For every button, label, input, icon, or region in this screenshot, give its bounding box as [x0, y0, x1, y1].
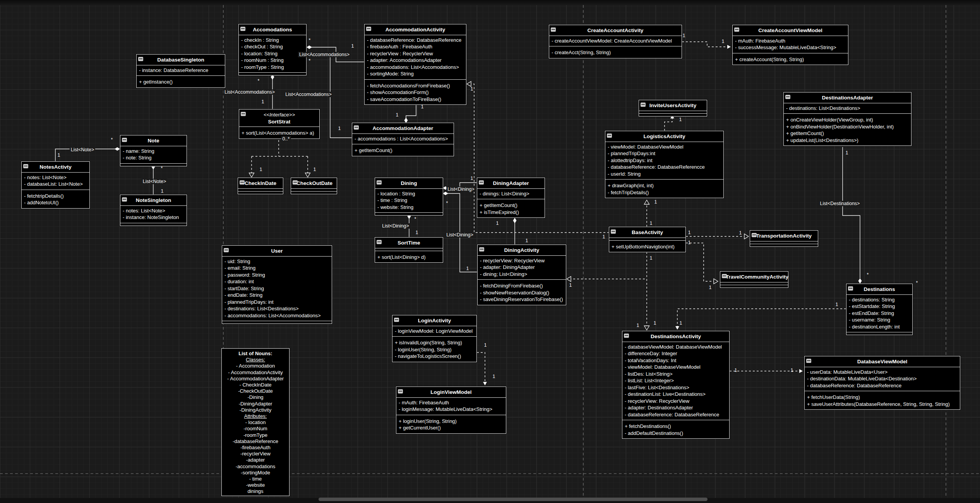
class-dining-activity[interactable]: DiningActivity- recyclerView: RecyclerVi… — [477, 245, 566, 305]
collapse-icon[interactable] — [394, 318, 399, 322]
class-login-activity[interactable]: LoginActivity- loginViewModel: LoginView… — [392, 315, 477, 362]
collapse-icon[interactable] — [122, 138, 127, 142]
class-travel-community-activity[interactable]: TravelCommunityActivity — [720, 271, 788, 288]
edge-label[interactable]: 1 — [650, 221, 653, 226]
class-database-singleton[interactable]: DatabaseSingleton- instance: DatabaseRef… — [136, 54, 225, 88]
collapse-icon[interactable] — [479, 247, 484, 252]
edge-label[interactable]: 1 — [262, 99, 264, 104]
edge-label[interactable]: * — [258, 78, 260, 84]
class-database-view-model[interactable]: DatabaseViewModel- userData: MutableLive… — [804, 356, 960, 410]
class-transportation-activity[interactable]: TransportationActivity — [750, 230, 818, 247]
edge-label[interactable]: 1 — [603, 234, 605, 240]
edge-label[interactable]: List<Accommodations> — [223, 89, 276, 95]
collapse-icon[interactable] — [377, 180, 382, 185]
collapse-icon[interactable] — [611, 229, 616, 234]
edge-label[interactable]: 1 — [735, 368, 737, 373]
class-accommodation-activity[interactable]: AccommodationActivity- databaseReference… — [364, 24, 466, 105]
collapse-icon[interactable] — [240, 180, 245, 185]
edge-label[interactable]: 1 — [396, 112, 399, 118]
edge-label[interactable]: * — [867, 272, 869, 277]
collapse-icon[interactable] — [240, 27, 245, 31]
class-destinations[interactable]: Destinations- destinations: String- estS… — [846, 284, 913, 335]
edge-label[interactable]: 1 — [466, 266, 469, 271]
edge-label[interactable]: List<Accommodations> — [298, 52, 351, 57]
edge-label[interactable]: 1 — [569, 282, 572, 288]
collapse-icon[interactable] — [354, 125, 359, 130]
collapse-icon[interactable] — [366, 27, 371, 31]
collapse-icon[interactable] — [398, 389, 403, 394]
horizontal-scrollbar-thumb[interactable] — [319, 498, 708, 501]
collapse-icon[interactable] — [624, 334, 629, 338]
collapse-icon[interactable] — [377, 240, 382, 244]
edge-label[interactable]: 1 — [688, 230, 691, 235]
collapse-icon[interactable] — [138, 57, 143, 61]
edge-label[interactable]: 1 — [654, 199, 657, 205]
edge-label[interactable]: * — [309, 38, 311, 43]
edge-label[interactable]: 1 — [493, 374, 495, 379]
edge-label[interactable]: List<Note> — [142, 179, 167, 184]
edge-label[interactable]: List<Dining> — [381, 223, 410, 229]
diagram-canvas[interactable]: DatabaseSingleton- instance: DatabaseRef… — [0, 0, 980, 503]
class-create-account-activity[interactable]: CreateAccountActivity- createAccountView… — [549, 25, 682, 58]
class-check-in-date[interactable]: CheckInDate — [238, 178, 283, 194]
edge-label[interactable]: * — [309, 58, 311, 63]
edge-label[interactable]: 1 — [351, 43, 354, 49]
class-dining[interactable]: Dining- location : String- time : String… — [375, 178, 443, 216]
edge-label[interactable]: 1 — [722, 39, 725, 44]
edge-label[interactable]: 1 — [416, 230, 418, 235]
class-destinations-activity[interactable]: DestinationsActivity- databaseViewModel:… — [622, 331, 730, 439]
collapse-icon[interactable] — [848, 286, 853, 291]
edge-label[interactable]: 1 — [791, 368, 793, 373]
collapse-icon[interactable] — [293, 180, 298, 185]
class-note-singleton[interactable]: NoteSingleton- notes: List<Note>- instan… — [120, 195, 187, 226]
class-sort-time[interactable]: SortTime+ sort(List<Dining> d) — [375, 237, 443, 263]
class-accommodation-adapter[interactable]: AccommodationAdapter- accommodations : L… — [352, 123, 454, 156]
edge-label[interactable]: 1 — [314, 167, 316, 172]
class-destinations-adapter[interactable]: DestinationsAdapter- destinations: List<… — [783, 92, 911, 146]
collapse-icon[interactable] — [752, 233, 757, 237]
edge-label[interactable]: 1 — [58, 152, 60, 158]
edge-label[interactable]: 1 — [679, 117, 682, 122]
edge-label[interactable]: 1 — [688, 240, 691, 245]
class-invite-users-activity[interactable]: InviteUsersActivity — [639, 100, 707, 116]
edge-label[interactable]: 1 — [526, 238, 528, 243]
edge-label[interactable]: List<Destinations> — [819, 201, 861, 206]
collapse-icon[interactable] — [241, 112, 246, 116]
edge-label[interactable]: 1 — [739, 230, 742, 236]
edge-label[interactable]: * — [916, 280, 918, 286]
edge-label[interactable]: List<Dining> — [446, 186, 476, 192]
collapse-icon[interactable] — [23, 164, 28, 168]
edge-label[interactable]: * — [415, 216, 416, 222]
edge-label[interactable]: List<Accomodations> — [284, 92, 333, 97]
collapse-icon[interactable] — [734, 27, 739, 32]
collapse-icon[interactable] — [607, 133, 612, 138]
edge-label[interactable]: * — [446, 200, 448, 206]
list-of-nouns-note[interactable]: List of Nouns:Classes:- Accommodation- A… — [221, 348, 290, 496]
class-user[interactable]: User- uid: String- email: String- passwo… — [222, 245, 332, 324]
edge-label[interactable]: 1 — [496, 221, 499, 226]
class-notes-activty[interactable]: NotesActivty- notes: List<Note>- databas… — [21, 161, 90, 209]
edge-label[interactable]: 1 — [471, 176, 473, 181]
edge-label[interactable]: 1 — [637, 323, 639, 328]
collapse-icon[interactable] — [806, 359, 811, 363]
class-sort-strat[interactable]: <<Interface>>SortStrat+ sort(List<Accomm… — [239, 109, 320, 139]
class-base-activity[interactable]: BaseActivity+ setUpBottomNavigtion(int) — [609, 227, 686, 252]
collapse-icon[interactable] — [122, 197, 127, 202]
edge-label[interactable]: 1 — [680, 320, 682, 326]
collapse-icon[interactable] — [479, 180, 484, 185]
class-logistics-activity[interactable]: LogisticsActivity- viewModel: DatabaseVi… — [605, 131, 724, 198]
class-accomodations[interactable]: Accomodations- checkIn : String- checkOu… — [238, 24, 307, 75]
class-check-out-date[interactable]: CheckOutDate — [291, 178, 337, 194]
edge-label[interactable]: 0..* — [281, 136, 291, 142]
edge-label[interactable]: 1 — [709, 285, 712, 290]
edge-label[interactable]: 1 — [836, 302, 838, 307]
edge-label[interactable]: 1 — [338, 126, 341, 131]
edge-label[interactable]: List<Note> — [70, 147, 95, 152]
class-dining-adapter[interactable]: DiningAdapter- dinings: List<Dining>+ ge… — [477, 178, 545, 218]
edge-label[interactable]: 1 — [846, 150, 848, 156]
edge-label[interactable]: 1 — [654, 320, 656, 326]
edge-label[interactable]: 1 — [650, 255, 653, 261]
edge-label[interactable]: * — [161, 166, 163, 171]
edge-label[interactable]: 1 — [421, 104, 424, 109]
edge-label[interactable]: 1 — [161, 188, 164, 194]
